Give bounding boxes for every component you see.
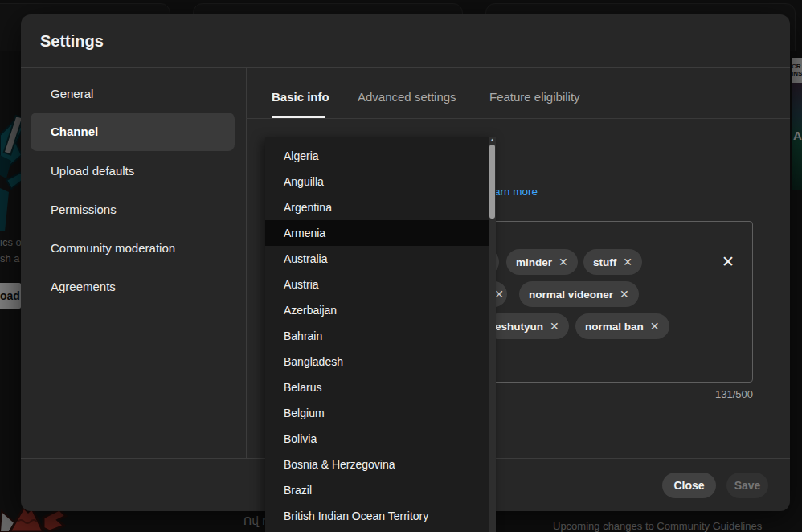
remove-icon[interactable]: ✕ [550,320,559,333]
clear-keywords-icon[interactable]: ✕ [718,252,738,272]
keyword-chip-label: normal videoner [529,289,613,301]
scroll-up-icon[interactable]: ▲ [489,137,496,142]
keyword-chip-label: normal ban [585,321,644,333]
tab-feature-eligibility[interactable]: Feature eligibility [489,89,580,105]
keyword-chip-label: stuff [593,256,616,268]
sidebar-item-channel[interactable]: Channel [21,113,246,151]
remove-icon[interactable]: ✕ [650,320,660,333]
sidebar-item-agreements[interactable]: Agreements [21,268,246,306]
keyword-chip-stuff: stuff ✕ [583,249,642,275]
country-option-bangladesh[interactable]: Bangladesh [265,349,496,374]
tab-divider [246,118,790,119]
keyword-chip-eshutyun: eshutyun ✕ [485,313,569,339]
country-option-australia[interactable]: Australia [265,246,496,272]
remove-icon[interactable]: ✕ [623,256,632,268]
country-option-bosnia-herzegovina[interactable]: Bosnia & Herzegovina [265,452,496,477]
close-button[interactable]: Close [662,473,716,498]
dropdown-scrollbar-track[interactable]: ▲ [489,137,496,532]
sidebar-divider [246,67,247,458]
keyword-chip-normal-ban: normal ban ✕ [575,313,669,339]
header-divider [21,67,790,68]
country-option-austria[interactable]: Austria [265,272,496,297]
keyword-chip-minder: minder ✕ [506,249,578,275]
character-counter: 131/500 [715,388,753,400]
sidebar-item-general[interactable]: General [21,75,246,113]
country-dropdown: Algeria Anguilla Argentina Armenia Austr… [265,137,496,532]
country-option-belarus[interactable]: Belarus [265,374,496,400]
country-option-bolivia[interactable]: Bolivia [265,426,496,452]
tab-advanced-settings[interactable]: Advanced settings [358,89,456,105]
remove-icon[interactable]: ✕ [620,288,629,301]
country-option-belgium[interactable]: Belgium [265,400,496,426]
remove-icon[interactable]: ✕ [559,256,568,268]
keyword-chip-normal-videoner: normal videoner ✕ [519,281,639,307]
country-option-brazil[interactable]: Brazil [265,477,496,503]
country-option-bahrain[interactable]: Bahrain [265,323,496,349]
screen: ics o sh a oad Ով ո Upcoming changes to … [0,0,802,532]
keyword-chip-label: minder [516,256,552,268]
save-button[interactable]: Save [726,473,768,498]
country-option-argentina[interactable]: Argentina [265,194,496,220]
country-option-british-indian-ocean-territory[interactable]: British Indian Ocean Territory [265,503,496,529]
remove-icon[interactable]: ✕ [494,288,504,301]
sidebar-item-permissions[interactable]: Permissions [21,190,246,229]
country-option-azerbaijan[interactable]: Azerbaijan [265,297,496,323]
keyword-chip-label: eshutyun [495,321,543,333]
tab-basic-info[interactable]: Basic info [272,89,329,105]
country-option-armenia[interactable]: Armenia [265,220,489,246]
dropdown-scrollbar-thumb[interactable] [489,145,495,219]
country-option-anguilla[interactable]: Anguilla [265,169,496,194]
sidebar-item-community-moderation[interactable]: Community moderation [21,229,246,268]
country-option-algeria[interactable]: Algeria [265,143,496,169]
dialog-title: Settings [40,32,104,51]
country-list: Algeria Anguilla Argentina Armenia Austr… [265,143,496,529]
sidebar-item-upload-defaults[interactable]: Upload defaults [21,152,246,190]
